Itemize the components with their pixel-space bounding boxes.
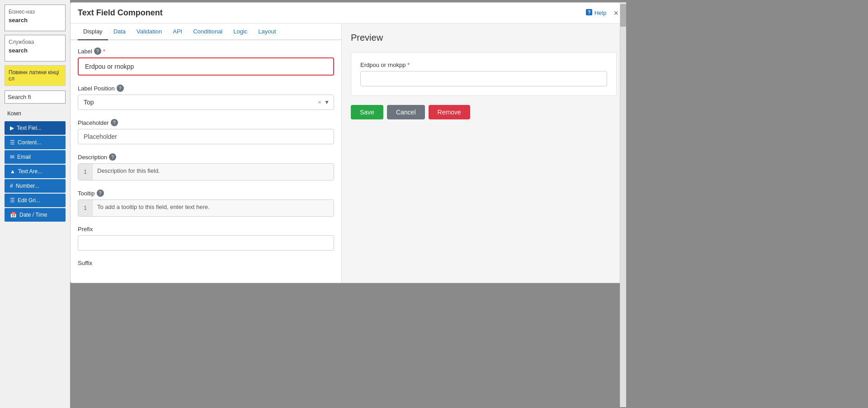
label-position-select[interactable]: Top Left Right Bottom (78, 95, 334, 110)
right-panel: Preview Erdpou or rnokpp * Save Cancel R… (342, 24, 626, 283)
suffix-label: Suffix (78, 260, 334, 266)
prefix-label: Prefix (78, 226, 334, 232)
tooltip-label: Tooltip ? (78, 190, 334, 197)
bg-value-1: search (9, 17, 61, 24)
prefix-group: Prefix (78, 226, 334, 251)
tab-validation[interactable]: Validation (131, 24, 167, 40)
bg-sidebar-text-field: ▶ Text Fiel... (5, 121, 66, 135)
help-link[interactable]: ? Help (585, 9, 607, 17)
label-position-group: Label Position ? Top Left Right Bottom × (78, 85, 334, 110)
bg-sidebar-datetime: 📅 Date / Time (5, 208, 66, 222)
bg-note: Повинн латини кінці сл (5, 65, 66, 86)
bg-value-2: search (9, 47, 61, 54)
select-clear-button[interactable]: × (318, 99, 321, 106)
label-field-container (78, 57, 334, 76)
textarea-icon: ▲ (10, 168, 15, 175)
help-label: Help (594, 9, 607, 16)
bg-sidebar-content: ☰ Content... (5, 136, 66, 149)
tab-layout[interactable]: Layout (253, 24, 281, 40)
remove-button[interactable]: Remove (429, 105, 470, 119)
datetime-icon: 📅 (10, 212, 17, 218)
editgrid-icon: ☰ (10, 197, 15, 204)
tab-logic[interactable]: Logic (228, 24, 253, 40)
modal-scrollbar[interactable] (620, 2, 626, 407)
bg-komp: Комп (5, 107, 66, 119)
placeholder-input[interactable] (78, 129, 334, 144)
bg-label-2: Службова (9, 39, 61, 45)
modal-body: Display Data Validation API Conditional … (71, 24, 626, 283)
bg-sidebar-email: ✉ Email (5, 150, 66, 164)
email-icon: ✉ (10, 154, 14, 160)
label-info-icon: ? (94, 47, 101, 55)
help-icon: ? (585, 9, 593, 17)
tabs-container: Display Data Validation API Conditional … (71, 24, 341, 40)
scrollbar-thumb[interactable] (620, 4, 626, 27)
suffix-group: Suffix (78, 260, 334, 266)
placeholder-group: Placeholder ? (78, 119, 334, 144)
tab-data[interactable]: Data (108, 24, 131, 40)
description-editor: 1 Description for this field. (78, 163, 334, 180)
bg-sidebar-textarea: ▲ Text Are... (5, 165, 66, 178)
left-panel: Display Data Validation API Conditional … (71, 24, 342, 283)
arrow-right-icon: ▶ (10, 125, 14, 131)
tab-display[interactable]: Display (78, 24, 108, 40)
svg-text:?: ? (588, 9, 591, 15)
preview-title: Preview (351, 33, 617, 43)
preview-box: Erdpou or rnokpp * (351, 52, 617, 96)
preview-required-star: * (407, 62, 410, 68)
label-required-star: * (103, 48, 105, 55)
description-info-icon: ? (109, 153, 116, 161)
description-editor-row: 1 Description for this field. (78, 164, 334, 180)
content-icon: ☰ (10, 139, 15, 146)
tooltip-editor-row: 1 To add a tooltip to this field, enter … (78, 200, 334, 216)
save-button[interactable]: Save (351, 105, 383, 119)
placeholder-info-icon: ? (111, 119, 118, 126)
description-line-number: 1 (78, 164, 93, 180)
tooltip-info-icon: ? (97, 190, 104, 197)
tooltip-group: Tooltip ? 1 To add a tooltip to this fie… (78, 190, 334, 217)
preview-input[interactable] (360, 71, 607, 86)
description-content[interactable]: Description for this field. (93, 164, 334, 180)
modal-header: Text Field Component ? Help × (71, 3, 626, 24)
tooltip-content[interactable]: To add a tooltip to this field, enter te… (93, 200, 334, 216)
tooltip-line-number: 1 (78, 200, 93, 216)
form-content: Label ? * Label Position ? (71, 40, 341, 283)
cancel-button[interactable]: Cancel (387, 105, 425, 119)
bg-label-1: Бізнес-наз (9, 9, 61, 15)
modal-container: Text Field Component ? Help × Display Da… (70, 2, 626, 283)
description-group: Description ? 1 Description for this fie… (78, 153, 334, 180)
label-input[interactable] (80, 59, 332, 74)
prefix-input[interactable] (78, 235, 334, 251)
placeholder-label: Placeholder ? (78, 119, 334, 126)
action-buttons: Save Cancel Remove (351, 105, 617, 119)
label-position-select-wrapper: Top Left Right Bottom × ▼ (78, 95, 334, 110)
label-position-label: Label Position ? (78, 85, 334, 92)
label-field-label: Label ? * (78, 47, 334, 55)
preview-field-label: Erdpou or rnokpp * (360, 62, 607, 68)
modal-title: Text Field Component (78, 8, 163, 18)
close-button[interactable]: × (613, 9, 618, 17)
tab-api[interactable]: API (167, 24, 188, 40)
bg-search-field: Search fi (8, 94, 62, 100)
label-position-info-icon: ? (117, 85, 124, 92)
tooltip-editor: 1 To add a tooltip to this field, enter … (78, 199, 334, 217)
number-icon: # (10, 183, 13, 189)
bg-sidebar-editgrid: ☰ Edit Gri... (5, 194, 66, 207)
description-label: Description ? (78, 153, 334, 161)
bg-sidebar-number: # Number... (5, 179, 66, 193)
tab-conditional[interactable]: Conditional (188, 24, 228, 40)
label-group: Label ? * (78, 47, 334, 76)
